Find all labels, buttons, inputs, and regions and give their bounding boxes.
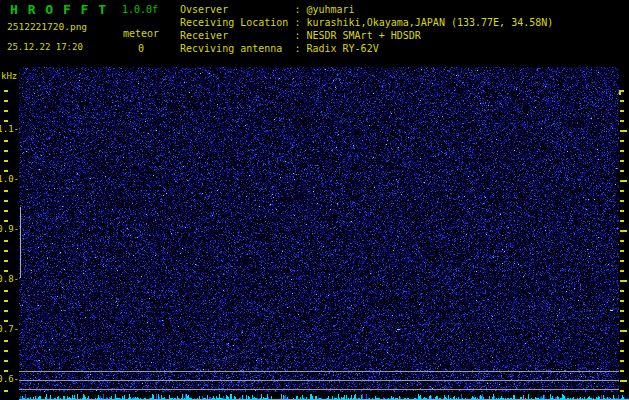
freq-minor-tick-left bbox=[4, 240, 8, 242]
freq-minor-tick-left bbox=[4, 260, 8, 262]
freq-minor-tick-right bbox=[620, 310, 624, 312]
freq-minor-tick-left bbox=[4, 340, 8, 342]
freq-minor-tick-right bbox=[620, 110, 624, 112]
freq-minor-tick-right bbox=[620, 210, 624, 212]
freq-minor-tick-left bbox=[4, 150, 8, 152]
freq-major-tick-right bbox=[620, 230, 627, 232]
freq-minor-tick-left bbox=[4, 200, 8, 202]
left-edge-marker-bar bbox=[20, 207, 21, 278]
freq-minor-tick-left bbox=[4, 100, 8, 102]
hrofft-screen: H R O F F T 1.0.0f 2512221720.png meteor… bbox=[0, 0, 629, 400]
freq-minor-tick-right bbox=[620, 300, 624, 302]
y-axis-unit-label: kHz bbox=[1, 71, 17, 81]
freq-label: 0.7- bbox=[0, 325, 19, 334]
mode-label: meteor bbox=[123, 28, 159, 39]
freq-minor-tick-left bbox=[4, 310, 8, 312]
freq-minor-tick-right bbox=[620, 260, 624, 262]
freq-minor-tick-left bbox=[4, 120, 8, 122]
freq-minor-tick-left bbox=[4, 250, 8, 252]
freq-major-tick-right bbox=[620, 280, 627, 282]
freq-minor-tick-left bbox=[4, 300, 8, 302]
freq-minor-tick-right bbox=[620, 160, 624, 162]
app-title: H R O F F T bbox=[10, 2, 107, 17]
freq-minor-tick-right bbox=[620, 360, 624, 362]
freq-minor-tick-left bbox=[4, 270, 8, 272]
freq-minor-tick-left bbox=[4, 90, 8, 92]
freq-minor-tick-left bbox=[4, 290, 8, 292]
freq-label: 1.1- bbox=[0, 125, 19, 134]
freq-major-tick-right bbox=[620, 330, 627, 332]
freq-major-tick-right bbox=[620, 380, 627, 382]
freq-minor-tick-right bbox=[620, 200, 624, 202]
freq-label: 1.0- bbox=[0, 175, 19, 184]
freq-label: 0.9- bbox=[0, 225, 19, 234]
freq-minor-tick-left bbox=[4, 320, 8, 322]
reference-line bbox=[19, 371, 619, 372]
freq-major-tick-right bbox=[620, 130, 627, 132]
freq-minor-tick-right bbox=[620, 100, 624, 102]
freq-label: 0.6- bbox=[0, 375, 19, 384]
freq-minor-tick-right bbox=[620, 350, 624, 352]
signal-strip-canvas bbox=[19, 392, 629, 400]
freq-minor-tick-right bbox=[620, 240, 624, 242]
freq-minor-tick-right bbox=[620, 150, 624, 152]
freq-minor-tick-left bbox=[4, 110, 8, 112]
echo-count: 0 bbox=[138, 43, 144, 54]
freq-minor-tick-right bbox=[620, 320, 624, 322]
reference-line bbox=[19, 389, 619, 390]
freq-minor-tick-left bbox=[4, 140, 8, 142]
freq-minor-tick-right bbox=[620, 140, 624, 142]
reference-line bbox=[19, 380, 619, 381]
spectrogram-canvas bbox=[19, 67, 619, 392]
freq-minor-tick-right bbox=[620, 250, 624, 252]
freq-minor-tick-right bbox=[620, 90, 624, 92]
freq-minor-tick-left bbox=[4, 160, 8, 162]
info-line: Receiving Location : kurashiki,Okayama,J… bbox=[180, 16, 553, 29]
freq-label: 0.8- bbox=[0, 275, 19, 284]
datetime-label: 25.12.22 17:20 bbox=[7, 42, 83, 52]
freq-minor-tick-right bbox=[620, 270, 624, 272]
freq-minor-tick-left bbox=[4, 370, 8, 372]
freq-major-tick-right bbox=[620, 180, 627, 182]
freq-minor-tick-right bbox=[620, 120, 624, 122]
freq-minor-tick-right bbox=[620, 220, 624, 222]
version-label: 1.0.0f bbox=[122, 4, 158, 15]
info-line: Recviving antenna : Radix RY-62V bbox=[180, 42, 553, 55]
info-line: Ovserver : @yuhmari bbox=[180, 3, 553, 16]
freq-minor-tick-left bbox=[4, 170, 8, 172]
freq-minor-tick-right bbox=[620, 190, 624, 192]
freq-minor-tick-left bbox=[4, 190, 8, 192]
freq-minor-tick-right bbox=[620, 370, 624, 372]
observer-info-panel: Ovserver : @yuhmariReceiving Location : … bbox=[180, 3, 553, 55]
freq-minor-tick-right bbox=[620, 290, 624, 292]
freq-minor-tick-left bbox=[4, 220, 8, 222]
freq-minor-tick-left bbox=[4, 360, 8, 362]
freq-minor-tick-left bbox=[4, 350, 8, 352]
freq-minor-tick-left bbox=[4, 210, 8, 212]
freq-minor-tick-right bbox=[620, 340, 624, 342]
freq-minor-tick-right bbox=[620, 170, 624, 172]
info-line: Receiver : NESDR SMArt + HDSDR bbox=[180, 29, 553, 42]
filename-label: 2512221720.png bbox=[7, 21, 87, 32]
freq-minor-tick-left bbox=[4, 390, 8, 392]
